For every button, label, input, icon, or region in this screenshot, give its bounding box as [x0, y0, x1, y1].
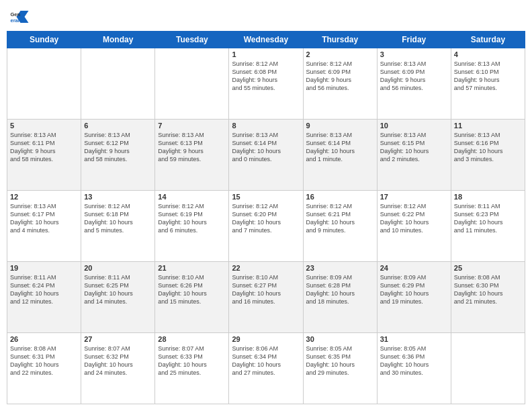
calendar-week-row: 19Sunrise: 8:11 AM Sunset: 6:24 PM Dayli… [7, 262, 525, 333]
calendar-cell: 11Sunrise: 8:13 AM Sunset: 6:16 PM Dayli… [451, 120, 525, 191]
calendar-cell: 15Sunrise: 8:12 AM Sunset: 6:20 PM Dayli… [229, 191, 303, 262]
day-number: 21 [158, 264, 226, 272]
calendar-cell: 9Sunrise: 8:13 AM Sunset: 6:14 PM Daylig… [303, 120, 377, 191]
page: Gen eral SundayMondayTuesdayWednesdayThu… [0, 0, 532, 411]
day-info: Sunrise: 8:05 AM Sunset: 6:35 PM Dayligh… [306, 345, 374, 377]
day-number: 16 [306, 193, 374, 201]
calendar-cell: 8Sunrise: 8:13 AM Sunset: 6:14 PM Daylig… [229, 120, 303, 191]
svg-text:Gen: Gen [11, 11, 21, 17]
calendar-cell [7, 48, 81, 120]
weekday-header-sunday: Sunday [7, 32, 81, 48]
calendar-cell: 27Sunrise: 8:07 AM Sunset: 6:32 PM Dayli… [81, 333, 155, 404]
day-info: Sunrise: 8:12 AM Sunset: 6:19 PM Dayligh… [158, 202, 226, 235]
day-number: 10 [380, 122, 448, 130]
calendar-cell: 22Sunrise: 8:10 AM Sunset: 6:27 PM Dayli… [229, 262, 303, 333]
weekday-header-wednesday: Wednesday [229, 32, 303, 48]
day-info: Sunrise: 8:12 AM Sunset: 6:08 PM Dayligh… [232, 60, 300, 93]
day-number: 20 [84, 264, 152, 272]
day-number: 29 [232, 335, 300, 343]
calendar-week-row: 26Sunrise: 8:08 AM Sunset: 6:31 PM Dayli… [7, 333, 525, 404]
day-number: 6 [84, 122, 152, 130]
day-number: 8 [232, 122, 300, 130]
calendar-cell: 19Sunrise: 8:11 AM Sunset: 6:24 PM Dayli… [7, 262, 81, 333]
day-info: Sunrise: 8:13 AM Sunset: 6:10 PM Dayligh… [454, 60, 522, 93]
day-number: 14 [158, 193, 226, 201]
calendar-cell: 17Sunrise: 8:12 AM Sunset: 6:22 PM Dayli… [377, 191, 451, 262]
calendar-cell: 3Sunrise: 8:13 AM Sunset: 6:09 PM Daylig… [377, 48, 451, 120]
day-info: Sunrise: 8:12 AM Sunset: 6:21 PM Dayligh… [306, 202, 374, 235]
calendar-cell: 25Sunrise: 8:08 AM Sunset: 6:30 PM Dayli… [451, 262, 525, 333]
day-info: Sunrise: 8:08 AM Sunset: 6:31 PM Dayligh… [10, 345, 78, 377]
calendar-cell [81, 48, 155, 120]
calendar-week-row: 5Sunrise: 8:13 AM Sunset: 6:11 PM Daylig… [7, 120, 525, 191]
day-number: 12 [10, 193, 78, 201]
day-info: Sunrise: 8:13 AM Sunset: 6:09 PM Dayligh… [380, 60, 448, 93]
day-info: Sunrise: 8:05 AM Sunset: 6:36 PM Dayligh… [380, 345, 448, 377]
weekday-header-tuesday: Tuesday [155, 32, 229, 48]
logo-icon: Gen eral [9, 7, 30, 27]
calendar-week-row: 1Sunrise: 8:12 AM Sunset: 6:08 PM Daylig… [7, 48, 525, 120]
day-info: Sunrise: 8:13 AM Sunset: 6:14 PM Dayligh… [232, 131, 300, 164]
day-info: Sunrise: 8:13 AM Sunset: 6:17 PM Dayligh… [10, 202, 78, 235]
day-info: Sunrise: 8:07 AM Sunset: 6:32 PM Dayligh… [84, 345, 152, 377]
calendar-cell: 6Sunrise: 8:13 AM Sunset: 6:12 PM Daylig… [81, 120, 155, 191]
calendar-cell: 12Sunrise: 8:13 AM Sunset: 6:17 PM Dayli… [7, 191, 81, 262]
day-number: 23 [306, 264, 374, 272]
calendar-cell: 2Sunrise: 8:12 AM Sunset: 6:09 PM Daylig… [303, 48, 377, 120]
day-info: Sunrise: 8:12 AM Sunset: 6:09 PM Dayligh… [306, 60, 374, 93]
day-number: 22 [232, 264, 300, 272]
day-info: Sunrise: 8:13 AM Sunset: 6:11 PM Dayligh… [10, 131, 78, 164]
calendar-week-row: 12Sunrise: 8:13 AM Sunset: 6:17 PM Dayli… [7, 191, 525, 262]
day-info: Sunrise: 8:06 AM Sunset: 6:34 PM Dayligh… [232, 345, 300, 377]
day-number: 28 [158, 335, 226, 343]
logo: Gen eral [9, 7, 32, 27]
day-info: Sunrise: 8:10 AM Sunset: 6:26 PM Dayligh… [158, 273, 226, 306]
day-number: 24 [380, 264, 448, 272]
day-info: Sunrise: 8:10 AM Sunset: 6:27 PM Dayligh… [232, 273, 300, 306]
day-number: 13 [84, 193, 152, 201]
day-number: 5 [10, 122, 78, 130]
calendar-cell: 4Sunrise: 8:13 AM Sunset: 6:10 PM Daylig… [451, 48, 525, 120]
weekday-header-friday: Friday [377, 32, 451, 48]
day-number: 3 [380, 50, 448, 58]
day-info: Sunrise: 8:11 AM Sunset: 6:24 PM Dayligh… [10, 273, 78, 306]
svg-text:eral: eral [11, 17, 19, 24]
day-number: 9 [306, 122, 374, 130]
day-info: Sunrise: 8:13 AM Sunset: 6:14 PM Dayligh… [306, 131, 374, 164]
day-info: Sunrise: 8:12 AM Sunset: 6:18 PM Dayligh… [84, 202, 152, 235]
calendar-cell: 31Sunrise: 8:05 AM Sunset: 6:36 PM Dayli… [377, 333, 451, 404]
calendar-cell: 14Sunrise: 8:12 AM Sunset: 6:19 PM Dayli… [155, 191, 229, 262]
calendar-cell: 30Sunrise: 8:05 AM Sunset: 6:35 PM Dayli… [303, 333, 377, 404]
day-info: Sunrise: 8:13 AM Sunset: 6:12 PM Dayligh… [84, 131, 152, 164]
weekday-header-saturday: Saturday [451, 32, 525, 48]
day-number: 19 [10, 264, 78, 272]
calendar-cell: 20Sunrise: 8:11 AM Sunset: 6:25 PM Dayli… [81, 262, 155, 333]
day-info: Sunrise: 8:12 AM Sunset: 6:20 PM Dayligh… [232, 202, 300, 235]
day-info: Sunrise: 8:11 AM Sunset: 6:25 PM Dayligh… [84, 273, 152, 306]
day-info: Sunrise: 8:09 AM Sunset: 6:28 PM Dayligh… [306, 273, 374, 306]
calendar-cell: 28Sunrise: 8:07 AM Sunset: 6:33 PM Dayli… [155, 333, 229, 404]
day-info: Sunrise: 8:13 AM Sunset: 6:15 PM Dayligh… [380, 131, 448, 164]
calendar-cell: 23Sunrise: 8:09 AM Sunset: 6:28 PM Dayli… [303, 262, 377, 333]
calendar-cell: 29Sunrise: 8:06 AM Sunset: 6:34 PM Dayli… [229, 333, 303, 404]
weekday-header-monday: Monday [81, 32, 155, 48]
day-number: 7 [158, 122, 226, 130]
day-info: Sunrise: 8:13 AM Sunset: 6:13 PM Dayligh… [158, 131, 226, 164]
day-info: Sunrise: 8:11 AM Sunset: 6:23 PM Dayligh… [454, 202, 522, 235]
day-number: 30 [306, 335, 374, 343]
day-info: Sunrise: 8:07 AM Sunset: 6:33 PM Dayligh… [158, 345, 226, 377]
day-number: 11 [454, 122, 522, 130]
day-info: Sunrise: 8:09 AM Sunset: 6:29 PM Dayligh… [380, 273, 448, 306]
weekday-header-row: SundayMondayTuesdayWednesdayThursdayFrid… [7, 32, 525, 48]
day-number: 15 [232, 193, 300, 201]
day-number: 31 [380, 335, 448, 343]
calendar-cell: 1Sunrise: 8:12 AM Sunset: 6:08 PM Daylig… [229, 48, 303, 120]
calendar-cell: 5Sunrise: 8:13 AM Sunset: 6:11 PM Daylig… [7, 120, 81, 191]
day-info: Sunrise: 8:12 AM Sunset: 6:22 PM Dayligh… [380, 202, 448, 235]
calendar-cell: 13Sunrise: 8:12 AM Sunset: 6:18 PM Dayli… [81, 191, 155, 262]
calendar-cell [451, 333, 525, 404]
day-info: Sunrise: 8:13 AM Sunset: 6:16 PM Dayligh… [454, 131, 522, 164]
calendar-cell: 26Sunrise: 8:08 AM Sunset: 6:31 PM Dayli… [7, 333, 81, 404]
calendar-cell: 21Sunrise: 8:10 AM Sunset: 6:26 PM Dayli… [155, 262, 229, 333]
day-number: 25 [454, 264, 522, 272]
